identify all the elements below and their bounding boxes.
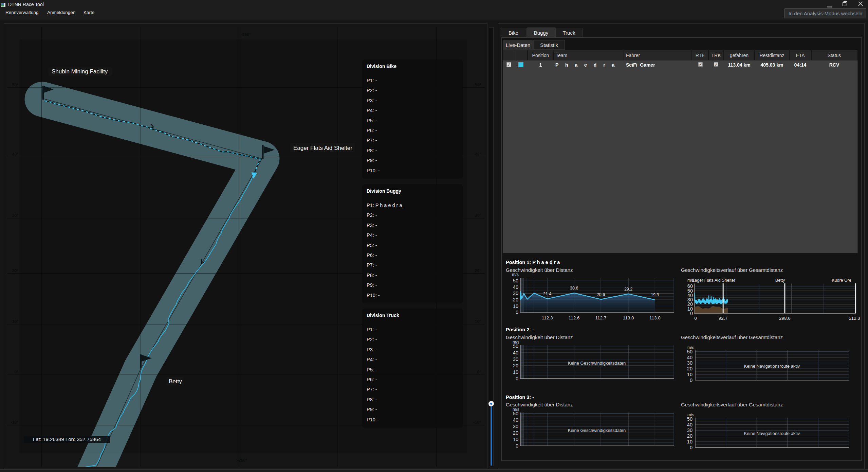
svg-text:40: 40 xyxy=(513,417,518,423)
svg-text:40: 40 xyxy=(513,350,518,355)
svg-text:20: 20 xyxy=(513,297,518,302)
svg-text:50°: 50° xyxy=(12,83,18,87)
svg-text:40: 40 xyxy=(513,284,518,290)
svg-text:50: 50 xyxy=(687,349,692,354)
svg-text:10: 10 xyxy=(513,369,518,375)
svg-text:10: 10 xyxy=(513,303,518,309)
svg-text:50: 50 xyxy=(513,344,518,349)
svg-text:112.7: 112.7 xyxy=(595,315,607,320)
svg-text:Geschwindigkeitsverlauf über G: Geschwindigkeitsverlauf über Gesamtdista… xyxy=(681,267,783,273)
svg-text:40°: 40° xyxy=(12,152,18,157)
svg-text:0: 0 xyxy=(516,443,518,449)
svg-text:10: 10 xyxy=(687,372,692,377)
svg-text:30: 30 xyxy=(687,360,692,366)
svg-text:50: 50 xyxy=(513,278,518,283)
svg-text:0: 0 xyxy=(516,376,518,381)
svg-text:30.6: 30.6 xyxy=(570,286,578,291)
svg-text:20.6: 20.6 xyxy=(597,292,605,297)
svg-text:Eager Flats Aid Shelter: Eager Flats Aid Shelter xyxy=(692,278,735,283)
svg-text:20: 20 xyxy=(513,363,518,368)
svg-text:40: 40 xyxy=(687,422,692,427)
svg-text:Eager Flats Aid Shelter: Eager Flats Aid Shelter xyxy=(293,145,352,151)
svg-text:20°: 20° xyxy=(475,268,481,273)
svg-text:0°: 0° xyxy=(15,370,19,374)
svg-text:60: 60 xyxy=(687,283,693,289)
svg-text:10: 10 xyxy=(513,437,518,442)
svg-text:-250°: -250° xyxy=(237,458,247,463)
svg-text:30°: 30° xyxy=(12,213,18,218)
svg-text:30°: 30° xyxy=(475,213,481,218)
svg-text:Lat: 19.26389 Lon: 352.75864: Lat: 19.26389 Lon: 352.75864 xyxy=(33,436,101,442)
svg-text:40°: 40° xyxy=(475,152,481,157)
svg-text:30: 30 xyxy=(513,356,518,362)
svg-text:Keine Navigationsroute aktiv: Keine Navigationsroute aktiv xyxy=(744,431,800,436)
svg-text:Geschwindigkeitsverlauf über G: Geschwindigkeitsverlauf über Gesamtdista… xyxy=(681,402,783,407)
svg-text:298.6: 298.6 xyxy=(779,316,791,321)
svg-text:10°: 10° xyxy=(475,319,481,324)
svg-text:50: 50 xyxy=(687,416,692,422)
svg-text:19.9: 19.9 xyxy=(651,293,659,297)
svg-text:50°: 50° xyxy=(475,83,481,87)
svg-text:m/s: m/s xyxy=(512,272,519,277)
svg-text:Geschwindigkeit über Distanz: Geschwindigkeit über Distanz xyxy=(506,402,573,407)
svg-text:-250°: -250° xyxy=(241,32,251,37)
svg-text:Geschwindigkeitsverlauf über G: Geschwindigkeitsverlauf über Gesamtdista… xyxy=(681,334,783,340)
svg-text:Keine Geschwindigkeitsdaten: Keine Geschwindigkeitsdaten xyxy=(568,361,626,366)
svg-text:113.0: 113.0 xyxy=(623,315,634,320)
svg-text:112.3: 112.3 xyxy=(542,315,553,320)
svg-text:0: 0 xyxy=(694,316,697,321)
svg-text:Position 1: P h a e d r a: Position 1: P h a e d r a xyxy=(506,260,560,265)
svg-text:Betty: Betty xyxy=(169,378,182,385)
svg-text:0: 0 xyxy=(690,445,692,450)
svg-text:20: 20 xyxy=(687,366,692,371)
svg-text:30: 30 xyxy=(513,424,518,429)
svg-text:0°: 0° xyxy=(477,370,481,374)
svg-text:Position 2: -: Position 2: - xyxy=(506,327,534,332)
svg-text:Betty: Betty xyxy=(775,278,785,283)
svg-text:-10°: -10° xyxy=(474,420,481,425)
svg-text:20: 20 xyxy=(687,433,692,439)
svg-text:29.2: 29.2 xyxy=(624,287,632,292)
svg-text:Kudre Ore: Kudre Ore xyxy=(832,278,851,283)
svg-text:21.4: 21.4 xyxy=(543,292,551,296)
svg-text:-10°: -10° xyxy=(11,420,18,425)
svg-text:Keine Navigationsroute aktiv: Keine Navigationsroute aktiv xyxy=(744,364,800,369)
svg-text:30: 30 xyxy=(513,291,518,296)
svg-text:113.0: 113.0 xyxy=(649,315,661,320)
svg-text:Position 3: -: Position 3: - xyxy=(506,395,534,400)
svg-text:112.6: 112.6 xyxy=(569,315,580,320)
svg-text:50: 50 xyxy=(513,411,518,416)
svg-text:92.7: 92.7 xyxy=(719,316,727,321)
svg-text:20: 20 xyxy=(513,430,518,436)
svg-text:0: 0 xyxy=(690,378,692,383)
svg-text:512.3: 512.3 xyxy=(849,316,860,321)
svg-text:30: 30 xyxy=(687,427,692,433)
svg-text:20°: 20° xyxy=(12,268,18,273)
svg-text:10°: 10° xyxy=(12,319,18,324)
svg-text:10: 10 xyxy=(687,439,692,444)
svg-text:40: 40 xyxy=(687,355,692,360)
svg-text:Geschwindigkeit über Distanz: Geschwindigkeit über Distanz xyxy=(506,334,573,340)
svg-text:0: 0 xyxy=(516,310,518,315)
svg-text:Keine Geschwindigkeitsdaten: Keine Geschwindigkeitsdaten xyxy=(568,428,626,433)
svg-text:Shubin Mining Facility: Shubin Mining Facility xyxy=(52,68,108,75)
